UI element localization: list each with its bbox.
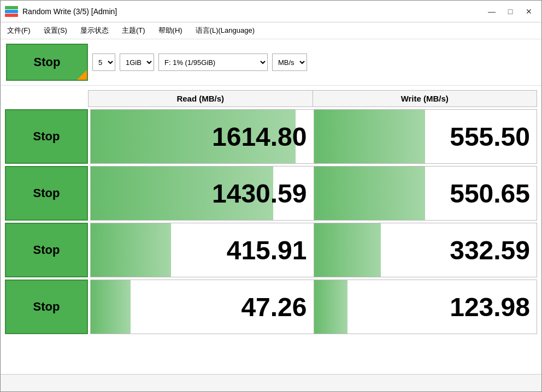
write-cell-2: 332.59 — [314, 223, 538, 277]
menu-file[interactable]: 文件(F) — [5, 25, 33, 37]
write-header: Write (MB/s) — [313, 90, 538, 107]
menu-help[interactable]: 帮助(H) — [156, 25, 185, 37]
main-stop-button[interactable]: Stop — [6, 44, 88, 81]
app-icon — [5, 6, 18, 17]
drive-select[interactable]: F: 1% (1/95GiB) — [158, 54, 268, 71]
window-title: Random Write (3/5) [Admin] — [22, 7, 484, 16]
write-value-0: 555.50 — [450, 122, 530, 152]
app-window: Random Write (3/5) [Admin] — □ ✕ 文件(F) 设… — [0, 0, 542, 392]
stop-button-row-3[interactable]: Stop — [5, 280, 88, 334]
menu-settings[interactable]: 设置(S) — [42, 25, 69, 37]
write-cell-0: 555.50 — [314, 109, 538, 164]
main-content: Read (MB/s) Write (MB/s) Stop 1614.80 55… — [1, 86, 541, 374]
read-value-1: 1430.59 — [212, 179, 307, 209]
status-bar — [1, 374, 541, 391]
read-cell-1: 1430.59 — [90, 166, 314, 221]
unit-select[interactable]: MB/s — [272, 54, 307, 71]
menu-theme[interactable]: 主题(T) — [120, 25, 148, 37]
read-value-2: 415.91 — [227, 235, 307, 265]
write-value-1: 550.65 — [450, 179, 530, 209]
read-cell-3: 47.26 — [90, 280, 314, 334]
title-bar: Random Write (3/5) [Admin] — □ ✕ — [1, 1, 541, 22]
table-row: Stop 47.26 123.98 — [5, 280, 537, 334]
write-cell-1: 550.65 — [314, 166, 538, 221]
menu-display[interactable]: 显示状态 — [78, 25, 111, 37]
menu-bar: 文件(F) 设置(S) 显示状态 主题(T) 帮助(H) 语言(L)(Langu… — [1, 22, 541, 39]
read-cell-2: 415.91 — [90, 223, 314, 277]
write-value-2: 332.59 — [450, 235, 530, 265]
table-header: Read (MB/s) Write (MB/s) — [5, 90, 537, 107]
write-cell-3: 123.98 — [314, 280, 538, 334]
read-value-0: 1614.80 — [212, 122, 307, 152]
header-spacer — [5, 90, 88, 107]
menu-language[interactable]: 语言(L)(Language) — [193, 25, 257, 37]
table-row: Stop 1430.59 550.65 — [5, 166, 537, 221]
window-controls: — □ ✕ — [484, 5, 537, 18]
stop-button-row-0[interactable]: Stop — [5, 109, 88, 164]
write-value-3: 123.98 — [450, 292, 530, 322]
minimize-button[interactable]: — — [484, 5, 500, 18]
close-button[interactable]: ✕ — [521, 5, 537, 18]
count-select[interactable]: 5 — [92, 54, 115, 71]
stop-button-row-1[interactable]: Stop — [5, 166, 88, 221]
toolbar: Stop 5 1GiB F: 1% (1/95GiB) MB/s — [1, 39, 541, 86]
read-cell-0: 1614.80 — [90, 109, 314, 164]
table-body: Stop 1614.80 555.50 Stop 1430.59 550.65 … — [5, 109, 537, 334]
maximize-button[interactable]: □ — [502, 5, 519, 18]
read-value-3: 47.26 — [241, 292, 307, 322]
table-row: Stop 1614.80 555.50 — [5, 109, 537, 164]
read-header: Read (MB/s) — [88, 90, 313, 107]
stop-button-row-2[interactable]: Stop — [5, 223, 88, 277]
size-select[interactable]: 1GiB — [120, 54, 154, 71]
table-row: Stop 415.91 332.59 — [5, 223, 537, 277]
